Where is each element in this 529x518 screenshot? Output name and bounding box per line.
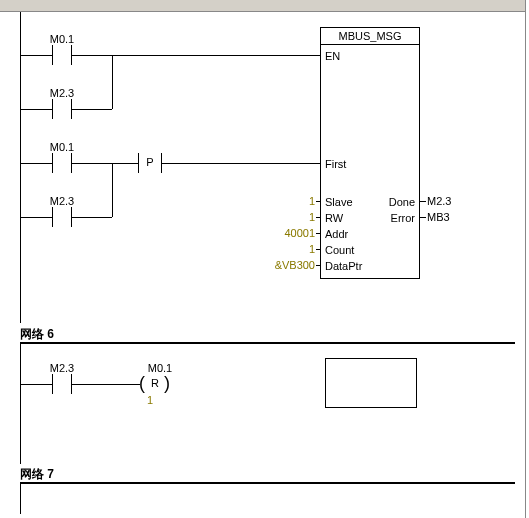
p-box-label: P [132, 156, 168, 168]
input-dataptr-value: &VB300 [260, 259, 315, 271]
port-count: Count [325, 244, 354, 256]
tick [316, 201, 320, 202]
wire [132, 384, 140, 385]
port-done: Done [389, 196, 415, 208]
contact-m0.1[interactable] [42, 45, 82, 65]
wire [82, 384, 132, 385]
wire [82, 217, 112, 218]
paren-right: ) [164, 374, 170, 392]
top-toolbar [0, 0, 525, 12]
tick [316, 265, 320, 266]
wire [20, 384, 42, 385]
network-7-underline [20, 482, 515, 484]
network-7-title: 网络 7 [20, 466, 54, 483]
wire [20, 109, 42, 110]
port-first: First [325, 158, 346, 170]
wire [82, 55, 320, 56]
empty-box[interactable] [325, 358, 417, 408]
output-done-value: M2.3 [427, 195, 451, 207]
output-error-value: MB3 [427, 211, 450, 223]
tick [420, 201, 426, 202]
tick [316, 249, 320, 250]
network-6-underline [20, 342, 515, 344]
wire [168, 163, 320, 164]
port-error: Error [391, 212, 415, 224]
paren-left: ( [139, 374, 145, 392]
contact-label: M2.3 [42, 195, 82, 207]
block-title: MBUS_MSG [321, 30, 419, 42]
block-title-separator [321, 44, 419, 45]
port-dataptr: DataPtr [325, 260, 362, 272]
port-rw: RW [325, 212, 343, 224]
wire [82, 109, 112, 110]
wire [20, 55, 42, 56]
wire [20, 217, 42, 218]
input-slave-value: 1 [260, 195, 315, 207]
contact-label: M0.1 [42, 141, 82, 153]
power-rail-6 [20, 344, 21, 464]
coil-label: M0.1 [140, 362, 180, 374]
contact-label: M2.3 [42, 87, 82, 99]
diagram-canvas: MBUS_MSG EN First Slave RW Addr Count Da… [0, 0, 529, 518]
wire [20, 163, 42, 164]
wire [112, 163, 113, 217]
wire [82, 163, 132, 164]
port-slave: Slave [325, 196, 353, 208]
input-rw-value: 1 [260, 211, 315, 223]
tick [420, 217, 426, 218]
positive-edge-box[interactable]: P [132, 153, 168, 173]
contact-m2.3-b[interactable] [42, 207, 82, 227]
input-addr-value: 40001 [260, 227, 315, 239]
mbus-msg-block[interactable]: MBUS_MSG EN First Slave RW Addr Count Da… [320, 27, 420, 279]
contact-m2.3[interactable] [42, 99, 82, 119]
power-rail-7 [20, 484, 21, 514]
contact-label-6: M2.3 [42, 362, 82, 374]
port-addr: Addr [325, 228, 348, 240]
coil-value: 1 [140, 394, 160, 406]
contact-m0.1-b[interactable] [42, 153, 82, 173]
port-en: EN [325, 50, 340, 62]
power-rail [20, 12, 21, 323]
frame-right [525, 0, 526, 518]
wire [112, 55, 113, 109]
network-6-title: 网络 6 [20, 326, 54, 343]
input-count-value: 1 [260, 243, 315, 255]
coil-type: R [151, 377, 159, 389]
contact-m2.3-n6[interactable] [42, 374, 82, 394]
tick [316, 217, 320, 218]
contact-label: M0.1 [42, 33, 82, 45]
tick [316, 233, 320, 234]
